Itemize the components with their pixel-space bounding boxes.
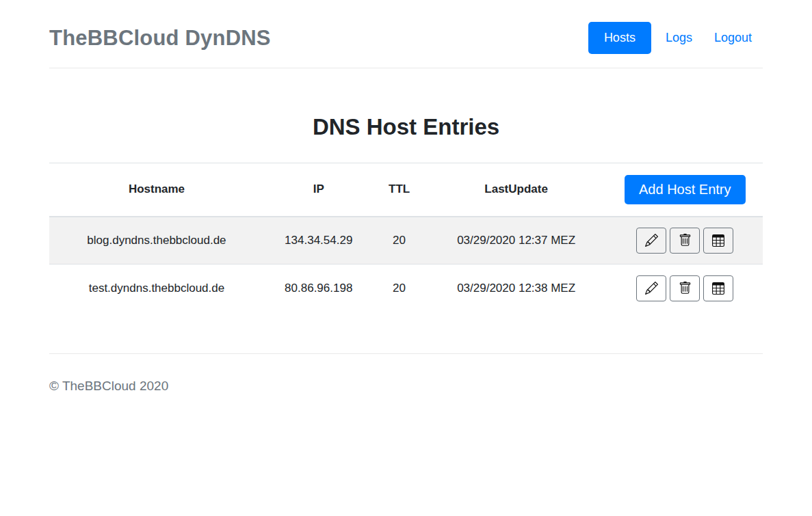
pencil-icon: [645, 282, 658, 295]
copyright-text: © TheBBCloud 2020: [49, 379, 168, 393]
pencil-icon: [645, 234, 658, 247]
delete-host-button[interactable]: [670, 228, 700, 254]
ip-cell: 134.34.54.29: [264, 217, 374, 264]
hostname-cell: test.dyndns.thebbcloud.de: [49, 264, 264, 312]
column-header-ip: IP: [264, 163, 374, 217]
page-title: DNS Host Entries: [49, 115, 763, 139]
column-header-hostname: Hostname: [49, 163, 264, 217]
column-header-lastupdate: LastUpdate: [425, 163, 607, 217]
lastupdate-cell: 03/29/2020 12:38 MEZ: [425, 264, 607, 312]
ip-cell: 80.86.96.198: [264, 264, 374, 312]
host-details-button[interactable]: [703, 228, 733, 254]
table-header-row: Hostname IP TTL LastUpdate Add Host Entr…: [49, 163, 763, 217]
nav-item-hosts[interactable]: Hosts: [588, 22, 651, 54]
edit-host-button[interactable]: [636, 275, 666, 301]
table-icon: [712, 282, 724, 295]
ttl-cell: 20: [374, 217, 425, 264]
add-host-entry-button[interactable]: Add Host Entry: [625, 175, 746, 204]
edit-host-button[interactable]: [636, 228, 666, 254]
column-header-ttl: TTL: [374, 163, 425, 217]
nav-item-logout[interactable]: Logout: [703, 25, 763, 51]
table-row: test.dyndns.thebbcloud.de 80.86.96.198 2…: [49, 264, 763, 312]
main-nav: Hosts Logs Logout: [588, 22, 763, 54]
brand-title: TheBBCloud DynDNS: [49, 26, 271, 51]
table-row: blog.dyndns.thebbcloud.de 134.34.54.29 2…: [49, 217, 763, 264]
table-icon: [712, 234, 724, 247]
site-footer: © TheBBCloud 2020: [49, 353, 763, 394]
lastupdate-cell: 03/29/2020 12:37 MEZ: [425, 217, 607, 264]
actions-cell: [607, 217, 763, 264]
actions-cell: [607, 264, 763, 312]
page-container: TheBBCloud DynDNS Hosts Logs Logout DNS …: [49, 0, 763, 394]
host-details-button[interactable]: [703, 275, 733, 301]
ttl-cell: 20: [374, 264, 425, 312]
trash-icon: [679, 282, 692, 295]
dns-hosts-table: Hostname IP TTL LastUpdate Add Host Entr…: [49, 163, 763, 312]
column-header-actions: Add Host Entry: [607, 163, 763, 217]
nav-item-logs[interactable]: Logs: [655, 25, 703, 51]
delete-host-button[interactable]: [670, 275, 700, 301]
hostname-cell: blog.dyndns.thebbcloud.de: [49, 217, 264, 264]
trash-icon: [679, 234, 692, 247]
site-header: TheBBCloud DynDNS Hosts Logs Logout: [49, 0, 763, 68]
